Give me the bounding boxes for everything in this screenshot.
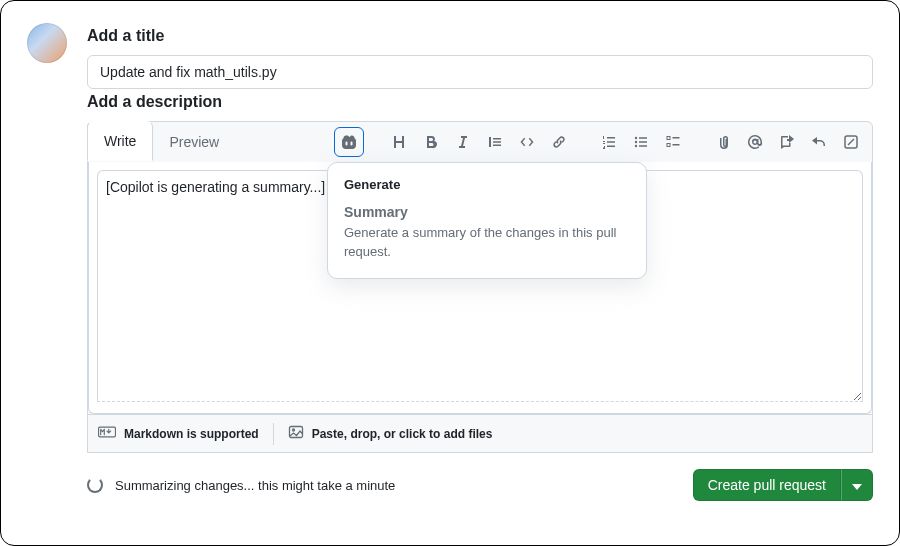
quote-button[interactable] <box>480 127 510 157</box>
toolbar-separator <box>576 134 592 150</box>
svg-point-1 <box>635 141 637 143</box>
copilot-icon <box>341 134 357 150</box>
task-list-button[interactable] <box>658 127 688 157</box>
editor-tabs: Write Preview <box>88 122 235 162</box>
caret-down-icon <box>852 478 862 493</box>
description-editor: Write Preview <box>87 121 873 453</box>
copilot-button[interactable] <box>334 127 364 157</box>
mention-button[interactable] <box>740 127 770 157</box>
markdown-supported-label: Markdown is supported <box>124 427 259 441</box>
spinner-icon <box>87 477 103 493</box>
attach-files-link[interactable]: Paste, drop, or click to add files <box>288 424 493 443</box>
italic-button[interactable] <box>448 127 478 157</box>
reply-icon <box>811 134 827 150</box>
unordered-list-icon <box>633 134 649 150</box>
create-pr-dropdown[interactable] <box>841 469 873 501</box>
code-icon <box>519 134 535 150</box>
diff-icon <box>843 134 859 150</box>
status-text: Summarizing changes... this might take a… <box>115 478 395 493</box>
pr-title-input[interactable] <box>87 55 873 89</box>
attach-button[interactable] <box>708 127 738 157</box>
svg-point-0 <box>635 137 637 139</box>
description-label: Add a description <box>87 93 873 111</box>
quote-icon <box>487 134 503 150</box>
status-message: Summarizing changes... this might take a… <box>87 477 395 493</box>
toolbar-separator <box>690 134 706 150</box>
link-icon <box>551 134 567 150</box>
image-icon <box>288 424 304 443</box>
ordered-list-button[interactable] <box>594 127 624 157</box>
slash-commands-button[interactable] <box>836 127 866 157</box>
form-actions: Create pull request <box>693 469 873 501</box>
heading-icon <box>391 134 407 150</box>
mention-icon <box>747 134 763 150</box>
unordered-list-button[interactable] <box>626 127 656 157</box>
markdown-supported-link[interactable]: Markdown is supported <box>98 426 259 441</box>
attach-files-label: Paste, drop, or click to add files <box>312 427 493 441</box>
form-row: Add a title Add a description Write Prev… <box>27 23 873 501</box>
code-button[interactable] <box>512 127 542 157</box>
cross-reference-button[interactable] <box>772 127 802 157</box>
status-row: Summarizing changes... this might take a… <box>87 469 873 501</box>
heading-button[interactable] <box>384 127 414 157</box>
paperclip-icon <box>715 134 731 150</box>
title-label: Add a title <box>87 27 873 45</box>
cross-reference-icon <box>779 134 795 150</box>
ordered-list-icon <box>601 134 617 150</box>
markdown-icon <box>98 426 116 441</box>
svg-point-6 <box>292 429 294 431</box>
bold-button[interactable] <box>416 127 446 157</box>
task-list-icon <box>665 134 681 150</box>
form-main: Add a title Add a description Write Prev… <box>87 23 873 501</box>
link-button[interactable] <box>544 127 574 157</box>
popover-header: Generate <box>344 177 630 192</box>
svg-point-2 <box>635 145 637 147</box>
copilot-popover: Generate Summary Generate a summary of t… <box>327 162 647 279</box>
avatar-column <box>27 23 87 501</box>
create-pr-button[interactable]: Create pull request <box>693 469 841 501</box>
bold-icon <box>423 134 439 150</box>
user-avatar[interactable] <box>27 23 67 63</box>
italic-icon <box>455 134 471 150</box>
toolbar-separator <box>366 134 382 150</box>
editor-toolbar-row: Write Preview <box>88 122 872 162</box>
tab-preview[interactable]: Preview <box>153 122 235 162</box>
description-footer: Markdown is supported Paste, drop, or cl… <box>88 414 872 452</box>
pr-create-form: Add a title Add a description Write Prev… <box>0 0 900 546</box>
footer-separator <box>273 423 274 445</box>
tab-write[interactable]: Write <box>87 121 153 161</box>
formatting-toolbar <box>334 127 872 157</box>
popover-item-summary[interactable]: Summary <box>344 204 630 220</box>
reply-button[interactable] <box>804 127 834 157</box>
popover-item-description: Generate a summary of the changes in thi… <box>344 224 630 262</box>
